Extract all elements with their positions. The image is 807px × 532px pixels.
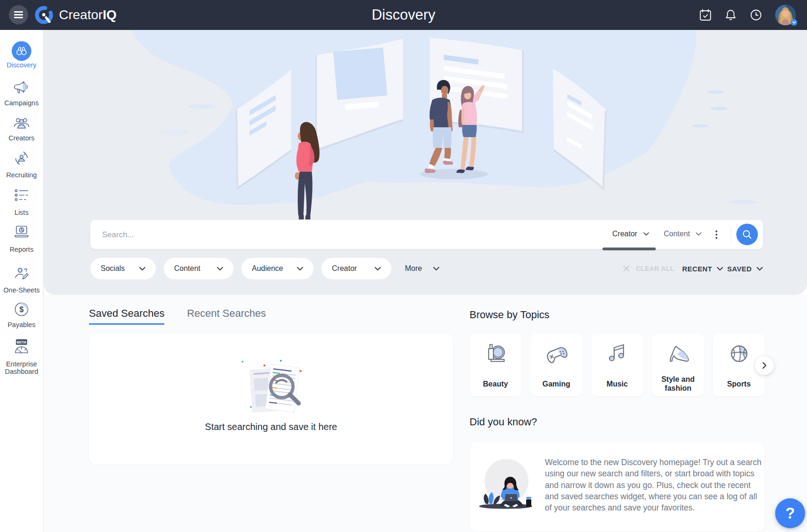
- svg-text:BETA: BETA: [16, 340, 26, 344]
- svg-text:$: $: [20, 306, 24, 313]
